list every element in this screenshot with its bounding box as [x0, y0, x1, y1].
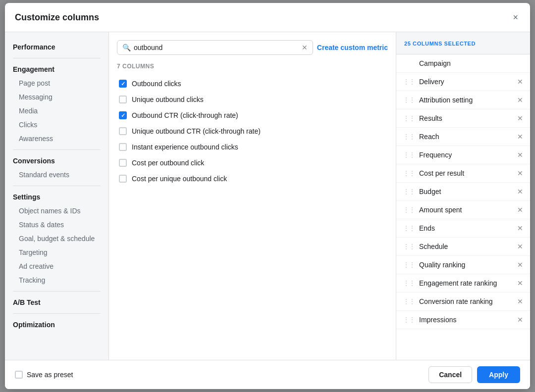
search-input[interactable]	[134, 44, 302, 51]
remove-column-icon[interactable]: ✕	[517, 169, 523, 177]
sidebar-item-page-post[interactable]: Page post	[5, 76, 108, 90]
save-preset-container[interactable]: Save as preset	[15, 371, 73, 379]
remove-column-icon[interactable]: ✕	[517, 279, 523, 287]
selected-item-left: ⋮⋮Campaign	[403, 59, 451, 67]
drag-handle-icon[interactable]: ⋮⋮	[403, 298, 415, 305]
sidebar-section-header-3: Settings	[5, 190, 108, 204]
column-item[interactable]: Cost per outbound click	[117, 155, 388, 171]
column-checkbox[interactable]: ✓	[119, 111, 127, 119]
drag-handle-icon[interactable]: ⋮⋮	[403, 316, 415, 323]
remove-column-icon[interactable]: ✕	[517, 243, 523, 250]
drag-handle-icon[interactable]: ⋮⋮	[403, 97, 415, 103]
selected-column-item: ⋮⋮Budget✕	[396, 183, 530, 201]
selected-item-left: ⋮⋮Conversion rate ranking	[403, 297, 493, 305]
sidebar-section-header-5[interactable]: Optimization	[5, 318, 108, 332]
drag-handle-icon[interactable]: ⋮⋮	[403, 280, 415, 287]
selected-item-left: ⋮⋮Amount spent	[403, 206, 462, 214]
sidebar-item-awareness[interactable]: Awareness	[5, 132, 108, 146]
drag-handle-icon[interactable]: ⋮⋮	[403, 261, 415, 268]
sidebar-section-header-2: Conversions	[5, 154, 108, 168]
selected-item-left: ⋮⋮Attribution setting	[403, 96, 473, 104]
column-checkbox[interactable]	[119, 159, 127, 167]
drag-handle-icon[interactable]: ⋮⋮	[403, 206, 415, 213]
sidebar-item-status-&-dates[interactable]: Status & dates	[5, 218, 108, 232]
remove-column-icon[interactable]: ✕	[517, 261, 523, 269]
sidebar-divider-0	[13, 58, 101, 58]
remove-column-icon[interactable]: ✕	[517, 78, 523, 86]
column-checkbox[interactable]: ✓	[119, 80, 127, 88]
selected-column-item: ⋮⋮Engagement rate ranking✕	[396, 274, 530, 293]
remove-column-icon[interactable]: ✕	[517, 316, 523, 324]
selected-column-label: Impressions	[419, 316, 456, 324]
save-preset-label: Save as preset	[27, 371, 73, 379]
sidebar-item-standard-events[interactable]: Standard events	[5, 168, 108, 182]
column-item[interactable]: Cost per unique outbound click	[117, 171, 388, 187]
search-input-wrap: 🔍 ✕	[117, 40, 313, 55]
drag-handle-icon[interactable]: ⋮⋮	[403, 133, 415, 140]
remove-column-icon[interactable]: ✕	[517, 114, 523, 122]
selected-item-left: ⋮⋮Delivery	[403, 78, 444, 86]
selected-column-item: ⋮⋮Ends✕	[396, 219, 530, 238]
remove-column-icon[interactable]: ✕	[517, 96, 523, 104]
selected-column-item: ⋮⋮Delivery✕	[396, 73, 530, 91]
drag-handle-icon[interactable]: ⋮⋮	[403, 243, 415, 250]
sidebar-item-object-names-&-ids[interactable]: Object names & IDs	[5, 204, 108, 218]
sidebar-section-header-4[interactable]: A/B Test	[5, 295, 108, 309]
selected-column-item: ⋮⋮Amount spent✕	[396, 201, 530, 219]
column-item[interactable]: Unique outbound CTR (click-through rate)	[117, 123, 388, 139]
remove-column-icon[interactable]: ✕	[517, 133, 523, 141]
sidebar-item-tracking[interactable]: Tracking	[5, 273, 108, 287]
selected-column-label: Amount spent	[419, 206, 462, 214]
sidebar: PerformanceEngagementPage postMessagingM…	[5, 32, 109, 360]
sidebar-item-targeting[interactable]: Targeting	[5, 245, 108, 259]
column-checkbox[interactable]	[119, 175, 127, 183]
drag-handle-icon[interactable]: ⋮⋮	[403, 225, 415, 232]
remove-column-icon[interactable]: ✕	[517, 206, 523, 214]
column-checkbox[interactable]	[119, 96, 127, 103]
selected-column-label: Budget	[419, 188, 441, 196]
sidebar-item-messaging[interactable]: Messaging	[5, 90, 108, 104]
sidebar-item-ad-creative[interactable]: Ad creative	[5, 259, 108, 273]
remove-column-icon[interactable]: ✕	[517, 188, 523, 196]
apply-button[interactable]: Apply	[477, 366, 520, 383]
column-item[interactable]: Unique outbound clicks	[117, 92, 388, 107]
column-label: Unique outbound clicks	[132, 96, 204, 103]
checkmark-icon: ✓	[121, 112, 125, 119]
drag-handle-icon[interactable]: ⋮⋮	[403, 170, 415, 177]
close-icon[interactable]: ×	[511, 11, 520, 24]
sidebar-section-header-0[interactable]: Performance	[5, 40, 108, 54]
selected-count-label: 25 COLUMNS SELECTED	[404, 41, 476, 47]
right-panel-header: 25 COLUMNS SELECTED	[396, 32, 530, 54]
remove-column-icon[interactable]: ✕	[517, 224, 523, 232]
selected-column-label: Results	[419, 114, 442, 122]
selected-column-label: Attribution setting	[419, 96, 473, 104]
column-item[interactable]: ✓Outbound clicks	[117, 76, 388, 92]
sidebar-item-media[interactable]: Media	[5, 104, 108, 118]
save-preset-checkbox[interactable]	[15, 371, 23, 379]
selected-column-item: ⋮⋮Attribution setting✕	[396, 91, 530, 109]
drag-handle-icon[interactable]: ⋮⋮	[403, 151, 415, 158]
column-item[interactable]: ✓Outbound CTR (click-through rate)	[117, 107, 388, 123]
sidebar-item-goal,-budget-&-schedule[interactable]: Goal, budget & schedule	[5, 232, 108, 245]
selected-column-label: Quality ranking	[419, 261, 465, 269]
drag-handle-icon[interactable]: ⋮⋮	[403, 188, 415, 195]
search-clear-icon[interactable]: ✕	[302, 44, 308, 51]
remove-column-icon[interactable]: ✕	[517, 297, 523, 305]
selected-column-label: Campaign	[419, 59, 451, 67]
selected-item-left: ⋮⋮Budget	[403, 188, 441, 196]
selected-column-item: ⋮⋮Frequency✕	[396, 146, 530, 164]
remove-column-icon[interactable]: ✕	[517, 151, 523, 159]
selected-column-item: ⋮⋮Quality ranking✕	[396, 256, 530, 274]
column-checkbox[interactable]	[119, 143, 127, 151]
drag-handle-icon[interactable]: ⋮⋮	[403, 78, 415, 85]
selected-item-left: ⋮⋮Results	[403, 114, 442, 122]
cancel-button[interactable]: Cancel	[428, 366, 472, 383]
create-custom-metric-link[interactable]: Create custom metric	[317, 44, 388, 51]
drag-handle-icon[interactable]: ⋮⋮	[403, 115, 415, 122]
footer-buttons: Cancel Apply	[428, 366, 520, 383]
column-item[interactable]: Instant experience outbound clicks	[117, 139, 388, 155]
sidebar-item-clicks[interactable]: Clicks	[5, 118, 108, 132]
columns-count-label: 7 COLUMNS	[117, 63, 388, 70]
column-checkbox[interactable]	[119, 127, 127, 135]
selected-item-left: ⋮⋮Frequency	[403, 151, 452, 159]
